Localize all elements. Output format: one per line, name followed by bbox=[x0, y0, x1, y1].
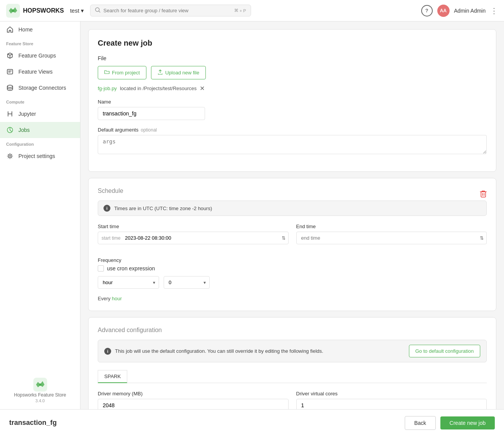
feature-groups-icon bbox=[6, 52, 14, 59]
adv-info-banner: i This job will use the default configur… bbox=[98, 340, 487, 362]
sidebar-item-storage-connectors[interactable]: Storage Connectors bbox=[0, 80, 80, 96]
sidebar-section-feature-store: Feature Store bbox=[0, 38, 80, 48]
driver-cores-input[interactable] bbox=[296, 399, 487, 409]
sidebar-item-feature-groups-label: Feature Groups bbox=[18, 53, 56, 59]
end-time-group: End time ⇅ bbox=[296, 224, 487, 244]
sidebar-footer: Hopsworks Feature Store 3.4.0 bbox=[0, 372, 80, 409]
sidebar-item-home-label: Home bbox=[18, 26, 33, 33]
search-bar[interactable]: ⌘ + P bbox=[90, 5, 251, 16]
bottom-job-name: transaction_fg bbox=[9, 419, 400, 427]
frequency-select[interactable]: minute hour day week month bbox=[98, 276, 159, 289]
chevron-down-icon: ▾ bbox=[81, 7, 84, 14]
end-time-label: End time bbox=[296, 224, 487, 229]
default-args-input[interactable] bbox=[98, 135, 487, 154]
jupyter-icon bbox=[6, 110, 14, 118]
utc-info-banner: i Times are in UTC (UTC: time zone -2 ho… bbox=[98, 201, 487, 216]
driver-memory-label: Driver memory (MB) bbox=[98, 391, 289, 397]
storage-connectors-icon bbox=[6, 84, 14, 92]
adv-info-icon: i bbox=[104, 348, 111, 355]
delete-schedule-button[interactable] bbox=[480, 190, 487, 198]
sidebar-item-project-settings[interactable]: Project settings bbox=[0, 148, 80, 164]
more-menu-button[interactable]: ⋮ bbox=[490, 6, 498, 15]
sidebar-item-feature-views[interactable]: Feature Views bbox=[0, 64, 80, 80]
sidebar-item-jobs-label: Jobs bbox=[18, 127, 30, 133]
sidebar-item-project-settings-label: Project settings bbox=[18, 153, 55, 159]
sidebar-item-jobs[interactable]: Jobs bbox=[0, 122, 80, 138]
sidebar-footer-title: Hopsworks Feature Store bbox=[14, 392, 66, 398]
utc-info-text: Times are in UTC (UTC: time zone -2 hour… bbox=[114, 206, 212, 211]
driver-cores-group: Driver virtual cores bbox=[296, 391, 487, 409]
driver-memory-group: Driver memory (MB) bbox=[98, 391, 289, 409]
folder-icon bbox=[104, 69, 110, 76]
driver-cores-label: Driver virtual cores bbox=[296, 391, 487, 397]
close-file-icon[interactable]: ✕ bbox=[200, 85, 205, 92]
name-section: Name bbox=[98, 99, 487, 120]
adv-info-text: This job will use the default configurat… bbox=[115, 348, 403, 354]
jobs-icon bbox=[6, 126, 14, 134]
back-button[interactable]: Back bbox=[405, 416, 436, 430]
svg-rect-9 bbox=[481, 192, 486, 197]
svg-point-8 bbox=[39, 383, 41, 386]
cron-expression-label: use cron expression bbox=[107, 265, 155, 271]
sidebar-footer-version: 3.4.0 bbox=[35, 398, 44, 403]
sidebar-item-home[interactable]: Home bbox=[0, 21, 80, 38]
search-icon bbox=[95, 7, 100, 14]
info-icon: i bbox=[103, 205, 110, 212]
interval-select-wrapper: 0 1 2 3 5 10 15 30 ▾ bbox=[164, 276, 210, 289]
sidebar-item-jupyter[interactable]: Jupyter bbox=[0, 106, 80, 122]
search-input[interactable] bbox=[103, 8, 231, 13]
frequency-label: Frequency bbox=[98, 257, 487, 263]
feature-views-icon bbox=[6, 68, 14, 76]
upload-file-button[interactable]: Upload new file bbox=[151, 66, 206, 79]
default-args-section: Default arguments optional bbox=[98, 127, 487, 155]
sidebar-item-feature-groups[interactable]: Feature Groups bbox=[0, 48, 80, 64]
help-button[interactable]: ? bbox=[421, 5, 433, 16]
sidebar-item-feature-views-label: Feature Views bbox=[18, 69, 53, 75]
schedule-card: Schedule i Times are in UTC (UTC: time z… bbox=[88, 178, 496, 311]
file-path: fg-job.py located in /Projects/test/Reso… bbox=[98, 85, 487, 92]
tab-spark[interactable]: SPARK bbox=[98, 370, 127, 383]
config-tab-bar: SPARK bbox=[98, 370, 487, 383]
every-highlight: hour bbox=[112, 296, 122, 301]
project-name: test bbox=[70, 7, 79, 14]
advanced-config-title: Advanced configuration bbox=[98, 327, 487, 334]
name-input[interactable] bbox=[98, 107, 205, 120]
upload-icon bbox=[158, 69, 163, 76]
sidebar-item-storage-connectors-label: Storage Connectors bbox=[18, 85, 66, 91]
logo-text: HOPSWORKS bbox=[23, 7, 64, 14]
from-project-button[interactable]: From project bbox=[98, 66, 146, 79]
driver-memory-input[interactable] bbox=[98, 399, 289, 409]
advanced-config-card: Advanced configuration i This job will u… bbox=[88, 317, 496, 409]
file-location: located in /Projects/test/Resources bbox=[120, 86, 197, 91]
settings-icon bbox=[6, 152, 14, 160]
bottom-bar: transaction_fg Back Create new job bbox=[0, 409, 504, 436]
file-label: File bbox=[98, 55, 487, 61]
svg-point-4 bbox=[7, 85, 13, 87]
svg-rect-3 bbox=[7, 69, 13, 74]
end-time-input[interactable] bbox=[296, 232, 487, 244]
create-job-button[interactable]: Create new job bbox=[440, 416, 495, 429]
frequency-group: Frequency use cron expression minute hou… bbox=[98, 257, 487, 289]
file-name: fg-job.py bbox=[98, 86, 117, 91]
search-shortcut: ⌘ + P bbox=[234, 8, 246, 13]
frequency-select-wrapper: minute hour day week month ▾ bbox=[98, 276, 159, 289]
name-label: Name bbox=[98, 99, 487, 105]
optional-label: optional bbox=[141, 127, 157, 133]
start-time-input[interactable] bbox=[98, 232, 289, 244]
start-time-label: Start time bbox=[98, 224, 289, 229]
user-name: Admin Admin bbox=[454, 8, 486, 14]
interval-select[interactable]: 0 1 2 3 5 10 15 30 bbox=[164, 276, 210, 289]
sidebar-item-jupyter-label: Jupyter bbox=[18, 111, 36, 117]
schedule-title: Schedule bbox=[98, 188, 123, 194]
project-selector[interactable]: test ▾ bbox=[70, 7, 84, 14]
go-default-button[interactable]: Go to default configuration bbox=[409, 345, 481, 357]
every-text: Every hour bbox=[98, 296, 487, 301]
svg-point-6 bbox=[9, 155, 11, 157]
upload-label: Upload new file bbox=[165, 70, 199, 76]
default-args-label: Default arguments bbox=[98, 127, 138, 133]
home-icon bbox=[6, 26, 14, 33]
from-project-label: From project bbox=[112, 70, 140, 76]
page-title: Create new job bbox=[98, 39, 487, 48]
svg-point-1 bbox=[11, 9, 14, 12]
cron-expression-checkbox[interactable] bbox=[98, 265, 104, 271]
